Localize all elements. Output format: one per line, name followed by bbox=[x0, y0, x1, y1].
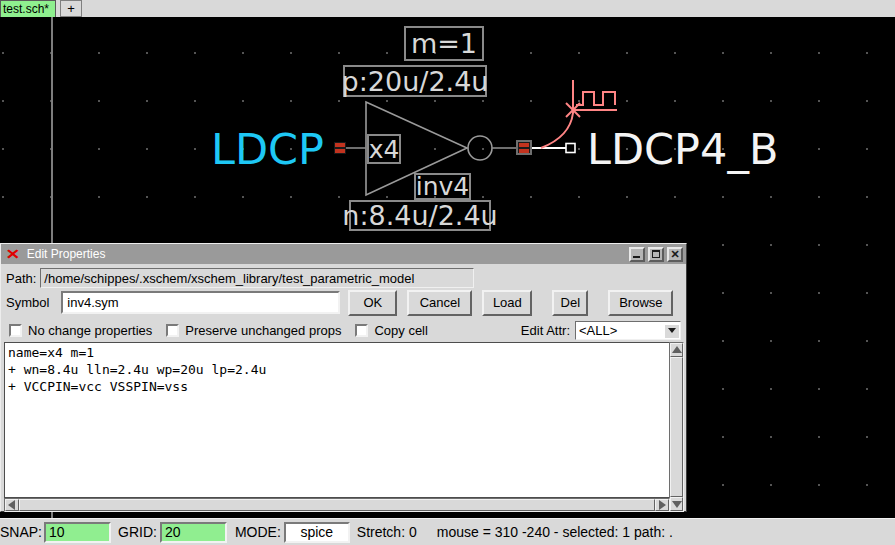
open-pin-marker[interactable] bbox=[566, 144, 575, 153]
browse-button[interactable]: Browse bbox=[608, 290, 673, 316]
inverter-bubble[interactable] bbox=[468, 136, 492, 160]
symbol-input[interactable] bbox=[61, 291, 340, 314]
copy-cell-option[interactable]: Copy cell bbox=[355, 323, 427, 338]
dialog-title-bar[interactable]: ✕ Edit Properties ✕ bbox=[1, 244, 686, 264]
minimize-icon bbox=[633, 256, 640, 258]
scroll-left-button[interactable] bbox=[5, 499, 19, 511]
edit-attr-value: <ALL> bbox=[579, 323, 617, 338]
preserve-unchanged-props-option[interactable]: Preserve unchanged props bbox=[166, 323, 341, 338]
edit-attr-label: Edit Attr: bbox=[521, 323, 570, 338]
output-pin[interactable] bbox=[516, 140, 532, 155]
net-label-output[interactable]: LDCP4_B bbox=[587, 129, 778, 169]
no-change-properties-option[interactable]: No change properties bbox=[9, 323, 152, 338]
path-field: /home/schippes/.xschem/xschem_library/te… bbox=[40, 268, 474, 288]
dialog-title: Edit Properties bbox=[27, 247, 626, 261]
schematic-canvas[interactable]: m=1 p:20u/2.4u x4 inv4 n:8.4u/2.4u LDCP … bbox=[0, 17, 895, 518]
mouse-status: mouse = 310 -240 - selected: 1 path: . bbox=[437, 524, 673, 540]
cancel-button[interactable]: Cancel bbox=[407, 290, 472, 316]
horizontal-scrollbar[interactable] bbox=[4, 498, 670, 512]
preserve-unchanged-props-label: Preserve unchanged props bbox=[185, 323, 341, 338]
label-n[interactable]: n:8.4u/2.4u bbox=[349, 200, 491, 231]
del-button[interactable]: Del bbox=[552, 290, 588, 316]
edit-properties-dialog: ✕ Edit Properties ✕ Path: /home/schippes… bbox=[0, 243, 687, 512]
vertical-scrollbar-thumb[interactable] bbox=[670, 357, 683, 497]
grid-input[interactable]: 20 bbox=[160, 522, 227, 543]
scroll-down-button[interactable] bbox=[670, 497, 683, 511]
tab-test-sch[interactable]: test.sch* bbox=[0, 0, 56, 17]
label-x4[interactable]: x4 bbox=[367, 134, 401, 164]
mode-input[interactable]: spice bbox=[284, 522, 350, 543]
maximize-button[interactable] bbox=[648, 247, 664, 262]
label-p[interactable]: p:20u/2.4u bbox=[343, 65, 487, 97]
properties-textarea[interactable]: name=x4 m=1 + wn=8.4u lln=2.4u wp=20u lp… bbox=[4, 342, 670, 498]
snap-input[interactable]: 10 bbox=[44, 522, 111, 543]
xschem-logo-icon: ✕ bbox=[6, 247, 21, 261]
vertical-scrollbar[interactable] bbox=[669, 342, 684, 512]
no-change-properties-label: No change properties bbox=[28, 323, 152, 338]
copy-cell-checkbox[interactable] bbox=[355, 324, 368, 337]
ok-button[interactable]: OK bbox=[348, 290, 397, 316]
minimize-button[interactable] bbox=[629, 247, 645, 262]
preserve-unchanged-props-checkbox[interactable] bbox=[166, 324, 179, 337]
scroll-up-button[interactable] bbox=[670, 343, 683, 357]
no-change-properties-checkbox[interactable] bbox=[9, 324, 22, 337]
xschem-window: test.sch* + bbox=[0, 0, 895, 545]
path-label: Path: bbox=[6, 271, 36, 286]
symbol-label: Symbol bbox=[6, 295, 49, 310]
mode-label: MODE: bbox=[235, 524, 281, 540]
snap-label: SNAP: bbox=[0, 524, 42, 540]
chevron-down-icon[interactable] bbox=[665, 325, 679, 338]
tab-bar: test.sch* + bbox=[0, 0, 895, 17]
new-tab-button[interactable]: + bbox=[60, 0, 82, 17]
horizontal-scrollbar-thumb[interactable] bbox=[19, 499, 655, 511]
net-label-input[interactable]: LDCP bbox=[211, 129, 324, 169]
stretch-status: Stretch: 0 bbox=[357, 524, 417, 540]
grid-label: GRID: bbox=[118, 524, 157, 540]
input-pin[interactable] bbox=[334, 142, 346, 154]
label-inv4[interactable]: inv4 bbox=[414, 173, 471, 200]
copy-cell-label: Copy cell bbox=[374, 323, 427, 338]
maximize-icon bbox=[652, 250, 660, 258]
close-icon: ✕ bbox=[670, 249, 679, 259]
scroll-right-button[interactable] bbox=[655, 499, 669, 511]
edit-attr-combobox[interactable]: <ALL> bbox=[575, 321, 681, 340]
load-button[interactable]: Load bbox=[482, 290, 532, 316]
label-m[interactable]: m=1 bbox=[404, 26, 484, 61]
status-bar: SNAP: 10 GRID: 20 MODE: spice Stretch: 0… bbox=[0, 518, 895, 545]
close-button[interactable]: ✕ bbox=[667, 247, 683, 262]
